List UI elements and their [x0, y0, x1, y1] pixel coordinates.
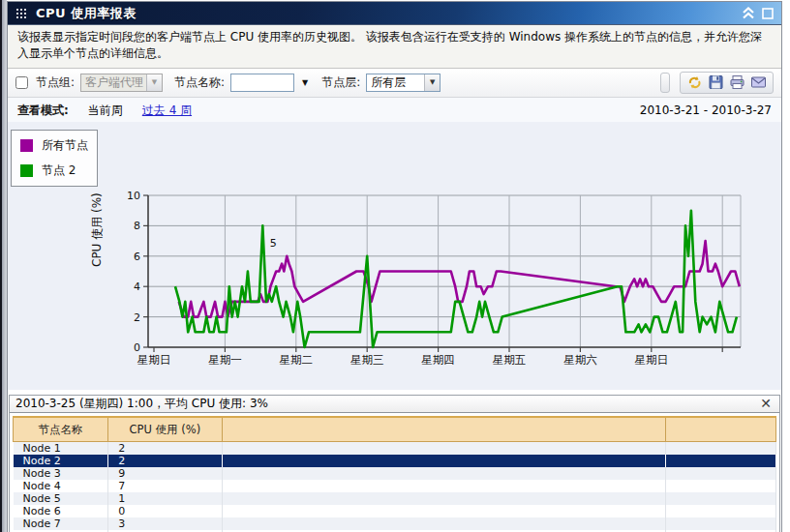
filter-toolbar: 节点组: 客户端代理 ▼ 节点名称: ▼ 节点层: 所有层 ▼	[8, 69, 781, 98]
cpu-usage-chart[interactable]: 0246810星期日星期一星期二星期三星期四星期五星期六星期日5	[8, 122, 781, 390]
legend-swatch-icon	[20, 139, 33, 152]
empty-cell	[222, 480, 665, 492]
table-row[interactable]: Node 12	[14, 442, 776, 456]
legend-label: 所有节点	[42, 137, 88, 154]
empty-cell	[665, 455, 775, 467]
series-line[interactable]	[175, 210, 737, 346]
empty-cell	[665, 480, 775, 492]
column-header[interactable]	[665, 417, 775, 442]
y-axis-title: CPU 使用 (%)	[89, 192, 106, 267]
column-header[interactable]: CPU 使用 (%)	[108, 417, 222, 442]
x-tick-label: 星期六	[563, 353, 597, 367]
table-row[interactable]: Node 39	[14, 467, 776, 480]
node-name-cell: Node 1	[14, 442, 108, 456]
cpu-value-cell: 3	[108, 517, 222, 530]
refresh-icon[interactable]	[686, 74, 703, 90]
empty-cell	[665, 492, 775, 505]
x-tick-label: 星期五	[493, 353, 527, 367]
window-left-border	[0, 0, 7, 532]
node-name-dropdown-icon[interactable]: ▼	[300, 76, 310, 89]
detail-panel: 2010-3-25 (星期四) 1:00，平均 CPU 使用: 3% ✕ 节点名…	[9, 395, 780, 532]
chevron-down-icon: ▼	[146, 74, 162, 91]
empty-cell	[665, 467, 775, 480]
y-tick-label: 2	[134, 310, 140, 323]
empty-cell	[222, 492, 665, 505]
x-tick-label: 星期日	[137, 353, 171, 367]
page-title: CPU 使用率报表	[36, 5, 137, 22]
title-bar: CPU 使用率报表	[8, 2, 781, 25]
table-row[interactable]: Node 73	[14, 517, 776, 530]
cpu-value-cell: 2	[108, 455, 222, 467]
x-tick-label: 星期一	[208, 353, 242, 367]
view-mode-row: 查看模式: 当前周 过去 4 周 2010-3-21 - 2010-3-27	[8, 98, 781, 122]
date-range: 2010-3-21 - 2010-3-27	[640, 103, 772, 117]
chart-area: 0246810星期日星期一星期二星期三星期四星期五星期六星期日5 所有节点节点 …	[8, 122, 781, 390]
action-toolbar	[680, 72, 774, 94]
table-row[interactable]: Node 22	[14, 455, 776, 467]
empty-cell	[665, 442, 775, 456]
report-description: 该报表显示指定时间段您的客户端节点上 CPU 使用率的历史视图。 该报表包含运行…	[8, 25, 781, 69]
table-row[interactable]: Node 47	[14, 480, 776, 492]
node-name-cell: Node 2	[14, 455, 108, 467]
table-row[interactable]: Node 60	[14, 505, 776, 517]
column-header[interactable]: 节点名称	[14, 417, 108, 442]
save-icon[interactable]	[708, 74, 724, 90]
column-header[interactable]	[222, 417, 665, 442]
node-group-select: 客户端代理 ▼	[80, 74, 163, 92]
node-layer-select[interactable]: 所有层 ▼	[366, 74, 441, 92]
node-table: 节点名称CPU 使用 (%) Node 12Node 22Node 39Node…	[13, 416, 776, 532]
node-name-cell: Node 6	[14, 505, 108, 517]
email-icon[interactable]	[750, 74, 767, 90]
node-name-cell: Node 5	[14, 492, 108, 505]
print-icon[interactable]	[729, 74, 745, 90]
empty-cell	[222, 467, 665, 480]
y-tick-label: 4	[134, 281, 140, 293]
x-tick-label: 星期三	[350, 353, 384, 367]
empty-cell	[222, 455, 665, 467]
node-group-label: 节点组:	[36, 74, 75, 91]
y-tick-label: 6	[134, 251, 140, 263]
panel-grip-icon	[15, 8, 28, 18]
table-header-row: 节点名称CPU 使用 (%)	[14, 417, 776, 442]
chart-legend: 所有节点节点 2	[11, 130, 98, 187]
empty-cell	[665, 505, 775, 517]
node-name-input[interactable]	[230, 74, 294, 92]
legend-label: 节点 2	[42, 163, 76, 179]
empty-cell	[222, 442, 665, 456]
empty-cell	[222, 517, 665, 530]
empty-cell	[665, 517, 775, 530]
node-layer-label: 节点层:	[321, 74, 360, 91]
chevron-down-icon: ▼	[424, 74, 440, 91]
legend-item: 节点 2	[20, 163, 88, 179]
past-4-weeks-link[interactable]: 过去 4 周	[142, 103, 192, 119]
x-tick-label: 星期二	[280, 353, 314, 367]
collapse-button[interactable]	[742, 7, 755, 19]
cpu-value-cell: 9	[108, 467, 222, 480]
empty-cell	[222, 505, 665, 517]
legend-item: 所有节点	[20, 137, 88, 154]
cpu-value-cell: 1	[108, 492, 222, 505]
detail-panel-title: 2010-3-25 (星期四) 1:00，平均 CPU 使用: 3%	[15, 396, 268, 412]
cpu-value-cell: 7	[108, 480, 222, 492]
detail-panel-header: 2010-3-25 (星期四) 1:00，平均 CPU 使用: 3% ✕	[10, 396, 779, 413]
maximize-button[interactable]	[762, 8, 774, 19]
view-mode-label: 查看模式:	[17, 103, 69, 119]
report-panel: CPU 使用率报表 该报表显示指定时间段您的客户端节点上 CPU 使用率的历史视…	[7, 1, 782, 532]
legend-swatch-icon	[20, 164, 33, 177]
x-tick-label: 星期日	[635, 353, 669, 367]
chevron-double-up-icon	[742, 7, 755, 19]
cpu-value-cell: 2	[108, 442, 222, 456]
table-row[interactable]: Node 51	[14, 492, 776, 505]
square-icon	[762, 8, 774, 19]
node-name-label: 节点名称:	[174, 74, 225, 91]
cpu-value-cell: 0	[108, 505, 222, 517]
node-name-cell: Node 7	[14, 517, 108, 530]
node-name-cell: Node 3	[14, 467, 108, 480]
toolbar-handle	[660, 73, 670, 93]
node-name-cell: Node 4	[14, 480, 108, 492]
data-point-label: 5	[270, 237, 277, 250]
y-tick-label: 8	[134, 220, 140, 232]
node-group-checkbox[interactable]	[15, 76, 28, 89]
close-icon[interactable]: ✕	[758, 397, 774, 410]
x-tick-label: 星期四	[421, 353, 455, 367]
